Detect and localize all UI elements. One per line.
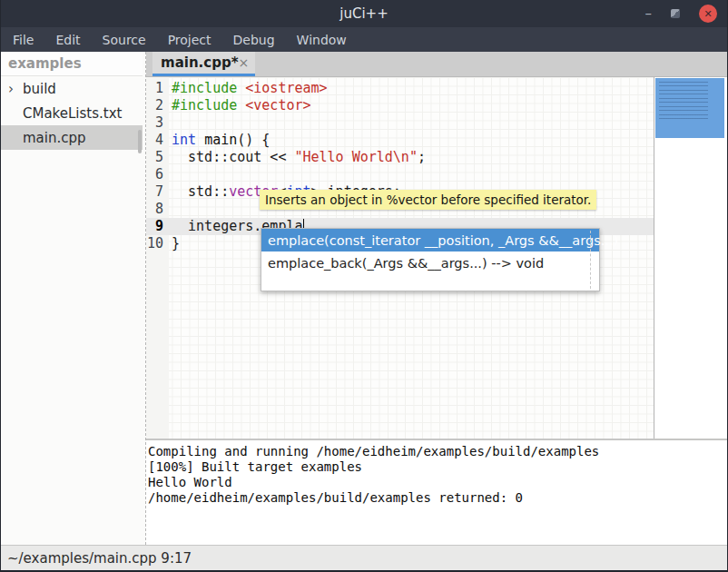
code-token: () { bbox=[237, 132, 270, 148]
autocomplete-popup: emplace(const_iterator __position, _Args… bbox=[261, 228, 600, 291]
code-token: <iostream> bbox=[245, 80, 327, 96]
code-token: std:: bbox=[172, 183, 229, 200]
minimap-visible-region[interactable] bbox=[655, 78, 724, 138]
minimap[interactable] bbox=[654, 77, 728, 439]
autocomplete-item[interactable]: emplace(const_iterator __position, _Args… bbox=[261, 229, 599, 251]
terminal-output[interactable]: Compiling and running /home/eidheim/exam… bbox=[146, 442, 728, 545]
code-line[interactable]: 1#include <iostream> bbox=[146, 80, 654, 97]
minimize-button[interactable]: – bbox=[645, 9, 653, 18]
menu-file[interactable]: File bbox=[2, 27, 44, 52]
sidebar-item-label: CMakeLists.txt bbox=[23, 105, 122, 122]
sidebar-item-main-cpp[interactable]: main.cpp bbox=[1, 125, 143, 150]
terminal-line: /home/eidheim/examples/build/examples re… bbox=[148, 490, 728, 506]
line-number: 2 bbox=[146, 97, 169, 114]
menu-debug[interactable]: Debug bbox=[222, 27, 286, 52]
autocomplete-list: emplace(const_iterator __position, _Args… bbox=[261, 229, 599, 274]
minimap-code-lines bbox=[659, 82, 708, 120]
terminal-line: Hello World bbox=[148, 475, 728, 490]
status-file-position: ~/examples/main.cpp 9:17 bbox=[7, 550, 192, 567]
file-tree: ›buildCMakeLists.txtmain.cpp bbox=[1, 76, 143, 150]
code-text: #include <vector> bbox=[169, 97, 311, 114]
tab-main-cpp[interactable]: main.cpp* × bbox=[152, 52, 255, 76]
code-text: std::cout << "Hello World\n"; bbox=[169, 149, 426, 166]
sidebar-item-cmakelists-txt[interactable]: CMakeLists.txt bbox=[1, 101, 143, 125]
code-token bbox=[237, 97, 245, 113]
code-line[interactable]: 6 bbox=[146, 166, 654, 183]
tab-close-icon[interactable]: × bbox=[238, 56, 249, 69]
code-token: } bbox=[172, 235, 180, 251]
sidebar-scrollbar-thumb[interactable] bbox=[138, 130, 142, 153]
sidebar-item-build[interactable]: ›build bbox=[1, 76, 143, 101]
menu-project[interactable]: Project bbox=[157, 27, 222, 52]
autocomplete-item[interactable]: emplace_back(_Args &&__args...) --> void bbox=[261, 251, 599, 274]
menu-source[interactable]: Source bbox=[92, 27, 157, 52]
code-text: #include <iostream> bbox=[169, 80, 328, 97]
code-token: #include bbox=[172, 97, 237, 113]
code-line[interactable]: 2#include <vector> bbox=[146, 97, 654, 114]
code-line[interactable]: 3 bbox=[146, 114, 654, 132]
code-text: } bbox=[169, 235, 180, 252]
code-token: "Hello World\n" bbox=[294, 149, 417, 165]
code-text bbox=[169, 114, 172, 132]
code-token bbox=[237, 80, 245, 96]
line-number: 1 bbox=[146, 80, 169, 97]
menu-window[interactable]: Window bbox=[286, 27, 358, 52]
line-number: 8 bbox=[146, 201, 169, 218]
line-number: 3 bbox=[146, 114, 169, 132]
code-token: int bbox=[172, 132, 196, 148]
code-token: ; bbox=[418, 149, 426, 165]
code-token: std::cout << bbox=[172, 149, 294, 165]
terminal-line: [100%] Built target examples bbox=[148, 459, 728, 475]
restore-icon[interactable] bbox=[671, 9, 680, 18]
line-number: 10 bbox=[146, 235, 169, 252]
sidebar-item-label: main.cpp bbox=[23, 130, 86, 146]
file-tree-panel: examples ›buildCMakeLists.txtmain.cpp bbox=[1, 52, 143, 545]
tabbar: main.cpp* × bbox=[146, 52, 728, 77]
code-text bbox=[169, 201, 172, 218]
code-token bbox=[196, 132, 204, 148]
window-title: juCi++ bbox=[339, 5, 388, 22]
tab-label: main.cpp* bbox=[161, 54, 238, 71]
titlebar[interactable]: juCi++ – ✕ bbox=[0, 0, 728, 27]
project-folder-header: examples bbox=[1, 52, 143, 76]
code-line[interactable]: 4int main() { bbox=[146, 132, 654, 149]
line-number: 6 bbox=[146, 166, 169, 183]
code-text: int main() { bbox=[169, 132, 270, 149]
code-editor[interactable]: 1#include <iostream>2#include <vector>34… bbox=[146, 77, 728, 439]
window-buttons: – ✕ bbox=[645, 0, 718, 27]
menubar: FileEditSourceProjectDebugWindow bbox=[0, 27, 728, 52]
line-number: 9 bbox=[146, 218, 169, 235]
close-button[interactable]: ✕ bbox=[699, 5, 717, 23]
doc-tooltip: Inserts an object in %vector before spec… bbox=[260, 190, 596, 210]
code-text bbox=[169, 166, 172, 183]
autocomplete-scrollbar[interactable] bbox=[590, 231, 591, 289]
line-number: 5 bbox=[146, 149, 169, 166]
code-lines: 1#include <iostream>2#include <vector>34… bbox=[146, 80, 654, 252]
code-token: #include bbox=[172, 80, 237, 96]
sidebar-item-label: build bbox=[23, 81, 56, 97]
chevron-right-icon[interactable]: › bbox=[8, 81, 21, 97]
menu-edit[interactable]: Edit bbox=[44, 27, 91, 52]
terminal-line: Compiling and running /home/eidheim/exam… bbox=[148, 444, 728, 459]
line-number: 7 bbox=[146, 183, 169, 201]
line-number: 4 bbox=[146, 132, 169, 149]
code-token: main bbox=[204, 132, 237, 148]
statusbar: ~/examples/main.cpp 9:17 bbox=[0, 545, 728, 570]
code-line[interactable]: 5 std::cout << "Hello World\n"; bbox=[146, 149, 654, 166]
juci-window: juCi++ – ✕ FileEditSourceProjectDebugWin… bbox=[0, 0, 728, 572]
code-token: <vector> bbox=[245, 97, 310, 113]
